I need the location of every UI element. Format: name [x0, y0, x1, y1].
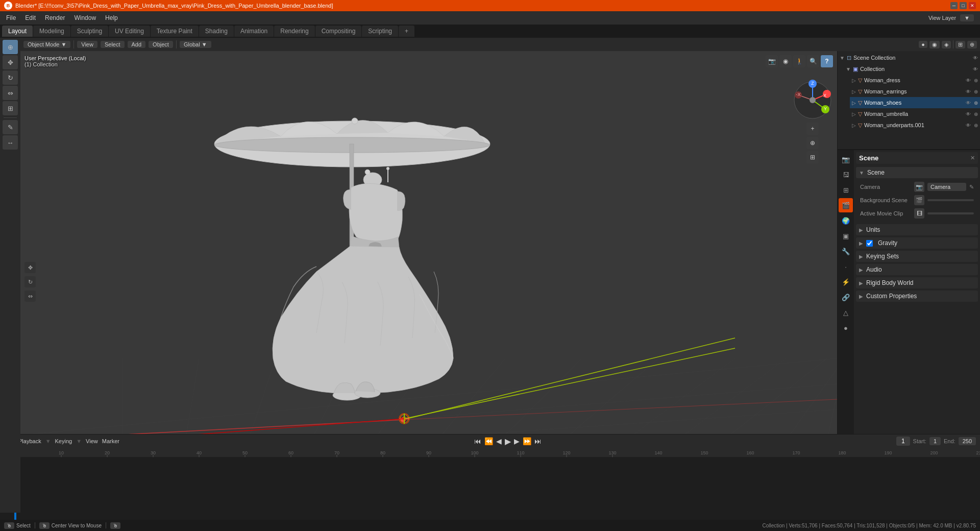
- prop-panel-close[interactable]: ✕: [970, 155, 975, 161]
- start-frame-input[interactable]: 1: [929, 437, 941, 445]
- outliner-item-woman-earrings[interactable]: ▷ ▽ Woman_earrings 👁 ⊕: [850, 86, 980, 97]
- object-mode-dropdown[interactable]: Object Mode ▼: [23, 41, 70, 48]
- select-menu[interactable]: Select: [101, 41, 125, 48]
- menu-edit[interactable]: Edit: [21, 13, 40, 22]
- prop-view-layer-btn[interactable]: ⊞: [839, 183, 853, 197]
- prop-particles-btn[interactable]: ·: [839, 259, 853, 274]
- tab-shading[interactable]: Shading: [199, 26, 234, 37]
- gravity-checkbox[interactable]: [866, 240, 873, 247]
- scene-collection-visibility[interactable]: 👁: [973, 55, 978, 61]
- walk-btn[interactable]: 🚶: [793, 55, 805, 67]
- outliner-item-woman-dress[interactable]: ▷ ▽ Woman_dress 👁 ⊕: [850, 75, 980, 86]
- tab-rendering[interactable]: Rendering: [274, 26, 314, 37]
- umbrella-visibility[interactable]: 👁: [966, 111, 971, 117]
- play-btn[interactable]: ▶: [505, 437, 511, 446]
- outliner-item-woman-umbrella[interactable]: ▷ ▽ Woman_umbrella 👁 ⊕: [850, 108, 980, 119]
- tool-scale[interactable]: ⇔: [3, 86, 18, 100]
- navigation-gizmo[interactable]: X -X Y Z: [792, 80, 833, 120]
- end-frame-input[interactable]: 250: [959, 437, 976, 445]
- step-back-btn[interactable]: ◀: [496, 437, 502, 445]
- tab-sculpting[interactable]: Sculpting: [71, 26, 108, 37]
- search-btn[interactable]: 🔍: [807, 55, 819, 67]
- help-btn[interactable]: ?: [821, 55, 833, 67]
- gizmo-btn[interactable]: ⊕: [967, 41, 977, 49]
- prop-object-btn[interactable]: ▣: [839, 229, 853, 243]
- outliner-item-collection[interactable]: ▼ ▣ Collection 👁: [844, 63, 980, 75]
- tab-layout[interactable]: Layout: [2, 26, 33, 37]
- dress-more-icon[interactable]: ⊕: [974, 78, 978, 83]
- tool-annotate[interactable]: ✎: [3, 120, 18, 134]
- render-preview-btn[interactable]: ◉: [779, 55, 792, 67]
- tool-move[interactable]: ✥: [3, 55, 18, 69]
- viewport-shading-render[interactable]: ◈: [942, 41, 951, 49]
- prop-world-btn[interactable]: 🌍: [839, 213, 853, 228]
- tool-cursor[interactable]: ⊕: [3, 40, 18, 54]
- object-menu[interactable]: Object: [149, 41, 173, 48]
- playback-label[interactable]: Playback: [18, 438, 41, 444]
- add-menu[interactable]: Add: [128, 41, 146, 48]
- tab-texture-paint[interactable]: Texture Paint: [151, 26, 199, 37]
- menu-render[interactable]: Render: [41, 13, 69, 22]
- view-layer-dropdown[interactable]: ▼: [960, 14, 974, 21]
- underparts-more-icon[interactable]: ⊕: [974, 123, 978, 128]
- prop-scene-btn[interactable]: 🎬: [839, 198, 853, 212]
- viewport-shading-solid[interactable]: ●: [919, 41, 927, 48]
- movie-clip-value[interactable]: [927, 212, 974, 214]
- current-frame-input[interactable]: 1: [896, 437, 910, 446]
- gizmo-control-1[interactable]: +: [806, 123, 819, 135]
- prop-material-btn[interactable]: ●: [839, 321, 853, 335]
- prev-keyframe-btn[interactable]: ⏪: [484, 437, 493, 445]
- marker-label[interactable]: Marker: [102, 438, 119, 444]
- tab-animation[interactable]: Animation: [234, 26, 274, 37]
- close-button[interactable]: ✕: [969, 2, 976, 9]
- outliner-item-scene-collection[interactable]: ▼ ⊡ Scene Collection 👁: [838, 52, 980, 63]
- shoes-more-icon[interactable]: ⊕: [974, 100, 978, 106]
- jump-end-btn[interactable]: ⏭: [534, 437, 542, 445]
- view-label[interactable]: View: [86, 438, 98, 444]
- prop-render-btn[interactable]: 📷: [839, 152, 853, 166]
- tool-rotate[interactable]: ↻: [3, 70, 18, 85]
- rotate-gizmo[interactable]: ↻: [24, 276, 36, 287]
- prop-audio-header[interactable]: ▶ Audio: [856, 264, 978, 275]
- prop-gravity-header[interactable]: ▶ Gravity: [856, 237, 978, 249]
- umbrella-more-icon[interactable]: ⊕: [974, 111, 978, 117]
- dress-visibility[interactable]: 👁: [966, 78, 971, 83]
- viewport-shading-material[interactable]: ◉: [929, 41, 940, 49]
- prop-physics-btn[interactable]: ⚡: [839, 275, 853, 289]
- prop-scene-header[interactable]: ▼ Scene: [856, 167, 978, 178]
- gizmo-control-3[interactable]: ⊞: [806, 151, 819, 163]
- prop-output-btn[interactable]: 🖫: [839, 167, 853, 182]
- prop-rigid-body-header[interactable]: ▶ Rigid Body World: [856, 277, 978, 288]
- keying-label[interactable]: Keying: [55, 438, 72, 444]
- tab-compositing[interactable]: Compositing: [315, 26, 362, 37]
- camera-view-btn[interactable]: 📷: [766, 55, 778, 67]
- view-menu[interactable]: View: [77, 41, 97, 48]
- scale-gizmo[interactable]: ⇔: [24, 291, 36, 302]
- menu-help[interactable]: Help: [101, 13, 122, 22]
- shoes-visibility[interactable]: 👁: [966, 100, 971, 106]
- tool-measure[interactable]: ↔: [3, 135, 18, 150]
- tab-scripting[interactable]: Scripting: [362, 26, 398, 37]
- tab-add[interactable]: +: [399, 26, 414, 37]
- underparts-visibility[interactable]: 👁: [966, 123, 971, 128]
- timeline-track-area[interactable]: 1 10 20 30 40 50 60 70 80 90 100 110 120…: [0, 448, 980, 520]
- earrings-visibility[interactable]: 👁: [966, 89, 971, 94]
- camera-value[interactable]: Camera: [927, 183, 966, 191]
- step-fwd-btn[interactable]: ▶: [514, 437, 520, 445]
- outliner-item-woman-underparts[interactable]: ▷ ▽ Woman_underparts.001 👁 ⊕: [850, 119, 980, 131]
- gizmo-control-2[interactable]: ⊕: [806, 137, 819, 149]
- overlay-btn[interactable]: ⊞: [955, 41, 965, 49]
- earrings-more-icon[interactable]: ⊕: [974, 89, 978, 94]
- move-gizmo[interactable]: ✥: [24, 262, 36, 273]
- collection-visibility[interactable]: 👁: [973, 66, 978, 72]
- camera-edit-icon[interactable]: ✎: [969, 184, 974, 190]
- bg-scene-value[interactable]: [927, 199, 974, 201]
- jump-start-btn[interactable]: ⏮: [474, 437, 481, 445]
- next-keyframe-btn[interactable]: ⏩: [523, 437, 531, 445]
- prop-constraints-btn[interactable]: 🔗: [839, 290, 853, 304]
- maximize-button[interactable]: □: [960, 2, 967, 9]
- prop-keying-header[interactable]: ▶ Keying Sets: [856, 251, 978, 262]
- prop-data-btn[interactable]: △: [839, 305, 853, 320]
- tab-uv-editing[interactable]: UV Editing: [109, 26, 150, 37]
- prop-modifier-btn[interactable]: 🔧: [839, 244, 853, 258]
